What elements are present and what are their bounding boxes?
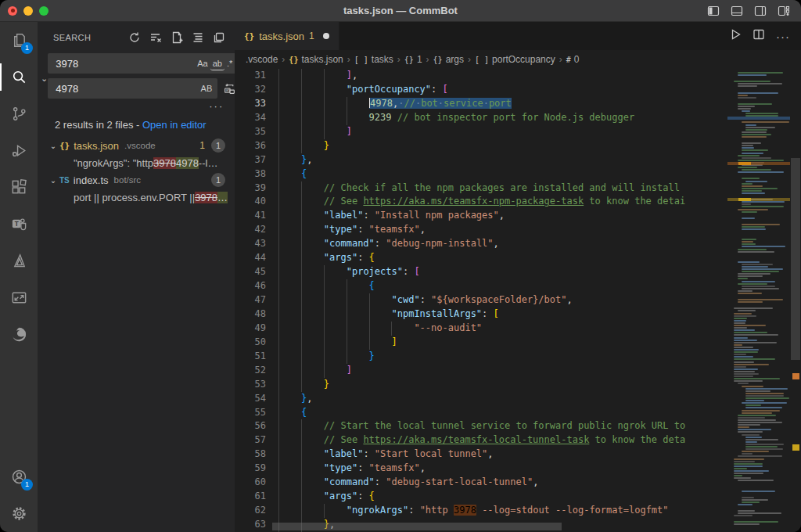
whole-word-toggle[interactable]: ab [210,57,224,70]
search-result-match-row[interactable]: "ngrokArgs": "http 39784978 --l… [38,154,235,171]
code-token: · [483,98,489,109]
new-search-editor-icon[interactable] [171,31,183,44]
code-token: "args" [324,491,357,501]
sidebar-item-source-control[interactable] [0,95,38,132]
sidebar-item-live-preview[interactable] [0,279,38,316]
code-token: , [307,393,312,404]
code-line[interactable]: 51 } [235,350,727,364]
sidebar-item-search[interactable] [0,59,38,95]
match-case-toggle[interactable]: Aa [195,57,210,70]
code-line[interactable]: 53 } [235,378,727,392]
tab-tasks-json[interactable]: {} tasks.json 1 [235,22,339,50]
chevron-down-icon[interactable]: ⌄ [47,142,59,150]
toggle-replace-button[interactable]: ⌄ [41,53,48,111]
code-line[interactable]: 33 4978,·//·bot·service·port [235,97,727,111]
modified-dot-icon[interactable] [323,33,329,39]
breadcrumb-item[interactable]: .vscode [246,54,278,65]
code-line[interactable]: 38 { [235,167,727,182]
code-line[interactable]: 35 ] [235,125,727,139]
replace-all-button[interactable]: ab [221,80,235,97]
horizontal-scrollbar-thumb[interactable] [272,523,562,530]
breadcrumb-item[interactable]: [ ]tasks [354,54,393,65]
code-line[interactable]: 55 { [235,406,727,420]
code-line[interactable]: 34 9239 // bot inspector port for Node.j… [235,111,727,125]
editor-pane[interactable]: 31 ],32 "portOccupancy": [33 4978,·//·bo… [235,69,801,532]
split-editor-icon[interactable] [753,28,765,44]
toggle-secondary-sidebar-icon[interactable] [754,5,767,17]
code-line[interactable]: 61 "args": { [235,490,727,504]
code-line[interactable]: 32 "portOccupancy": [ [235,83,727,97]
code-token: "teamsfx" [369,224,420,235]
code-line[interactable]: 56 // Start the local tunnel service to … [235,419,727,433]
code-line[interactable]: 44 "args": { [235,251,727,265]
run-task-icon[interactable] [729,28,742,44]
code-line[interactable]: 60 "command": "debug-start-local-tunnel"… [235,476,727,490]
minimize-button[interactable] [23,6,33,16]
breadcrumb-item[interactable]: {}args [433,54,464,65]
clear-search-results-icon[interactable] [149,31,162,44]
code-line[interactable]: 52 ] [235,364,727,378]
code-line[interactable]: 62 "ngrokArgs": "http 3978 --log=stdout … [235,504,727,518]
breadcrumb-item[interactable]: #0 [566,54,580,65]
refresh-icon[interactable] [128,31,141,44]
code-line[interactable]: 59 "type": "teamsfx", [235,462,727,476]
preserve-case-toggle[interactable]: AB [199,82,215,95]
sidebar-item-explorer[interactable]: 1 [0,22,38,59]
sidebar-item-edge[interactable] [0,316,38,353]
view-as-tree-icon[interactable] [213,31,225,44]
toggle-panel-icon[interactable] [731,5,743,17]
vertical-scrollbar-thumb[interactable] [791,158,800,360]
accounts-button[interactable]: 1 [0,458,38,495]
breadcrumb-item[interactable]: [ ]portOccupancy [475,54,555,65]
toggle-search-details-button[interactable]: ··· [48,103,235,111]
code-line[interactable]: 57 // See https://aka.ms/teamsfx-local-t… [235,433,727,448]
code-line[interactable]: 46 { [235,279,727,293]
search-result-file-row[interactable]: ⌄{}tasks.json.vscode11 [38,137,235,154]
breadcrumb-item[interactable]: {}1 [404,54,422,65]
settings-button[interactable] [0,495,38,532]
breadcrumb-item[interactable]: {}tasks.json [289,54,343,65]
more-actions-icon[interactable]: ··· [776,30,790,43]
chevron-down-icon[interactable]: ⌄ [47,176,59,185]
code-line[interactable]: 36 } [235,139,727,153]
indent-guide [347,307,347,322]
search-result-file-row[interactable]: ⌄TSindex.tsbot/src1 [38,171,235,189]
minimap-line [734,81,770,82]
code-line[interactable]: 47 "cwd": "${workspaceFolder}/bot", [235,293,727,307]
minimap[interactable] [727,69,790,532]
search-result-match-row[interactable]: port || process.env.PORT || 3978… [38,189,235,206]
customize-layout-icon[interactable] [778,5,790,17]
code-line[interactable]: 37 }, [235,153,727,167]
toggle-primary-sidebar-icon[interactable] [707,5,720,17]
code-line[interactable]: 43 "command": "debug-npm-install", [235,237,727,251]
vertical-scrollbar[interactable] [790,69,801,532]
search-input[interactable] [54,57,195,70]
indent-guide [278,139,279,153]
open-in-editor-link[interactable]: Open in editor [142,119,207,131]
close-button[interactable] [8,6,17,16]
code-line[interactable]: 40 // See https://aka.ms/teamsfx-npm-pac… [235,195,727,209]
breadcrumb-label: 0 [574,54,580,65]
sidebar-item-teams[interactable]: T [0,206,38,243]
code-line[interactable]: 49 "--no-audit" [235,322,727,336]
code-line[interactable]: 39 // Check if all the npm packages are … [235,182,727,196]
sidebar-item-run-debug[interactable] [0,132,38,169]
indent-guide [301,139,302,153]
code-token: ] [347,365,352,376]
replace-input[interactable] [54,82,198,95]
sidebar-item-extensions[interactable] [0,169,38,206]
collapse-all-icon[interactable] [192,31,204,44]
sidebar-item-azure[interactable] [0,243,38,279]
code-line[interactable]: 45 "projects": [ [235,265,727,279]
zoom-button[interactable] [39,6,48,16]
code-line[interactable]: 48 "npmInstallArgs": [ [235,307,727,322]
regex-toggle[interactable]: .* [224,57,235,70]
code-line[interactable]: 42 "type": "teamsfx", [235,223,727,237]
code-line[interactable]: 54 }, [235,392,727,406]
svg-text:ab: ab [226,88,231,92]
search-icon [10,68,28,86]
code-line[interactable]: 50 ] [235,336,727,350]
code-line[interactable]: 41 "label": "Install npm packages", [235,209,727,223]
code-line[interactable]: 58 "label": "Start local tunnel", [235,448,727,462]
code-line[interactable]: 31 ], [235,69,727,83]
